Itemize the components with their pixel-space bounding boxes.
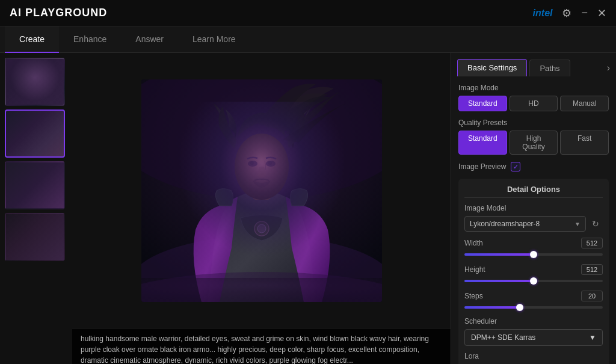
image-preview-label: Image Preview <box>458 162 506 171</box>
width-slider-fill <box>464 253 534 256</box>
header-left: AI PLAYGROUND <box>10 7 107 19</box>
image-mode-section: Image Mode Standard HD Manual <box>458 84 609 111</box>
width-value: 512 <box>581 238 603 248</box>
intel-logo: intel <box>533 8 553 19</box>
lora-label: Lora <box>464 352 603 360</box>
image-model-dropdown-row: Lykon/dreamshaper-8 ▼ ↻ <box>464 216 603 232</box>
height-value: 512 <box>581 264 603 275</box>
quality-presets-label: Quality Presets <box>458 119 609 127</box>
scheduler-dropdown[interactable]: DPM++ SDE Karras ▼ <box>464 329 603 346</box>
tab-learn-more[interactable]: Learn More <box>178 26 250 53</box>
steps-value: 20 <box>581 291 603 301</box>
tab-create[interactable]: Create <box>5 26 59 53</box>
tab-answer[interactable]: Answer <box>121 26 178 53</box>
thumbnail-2[interactable] <box>5 110 65 158</box>
svg-point-5 <box>248 161 257 167</box>
quality-presets-section: Quality Presets Standard High Quality Fa… <box>458 119 609 155</box>
svg-point-4 <box>235 134 289 200</box>
svg-point-9 <box>254 221 269 236</box>
steps-slider-row: Steps 20 <box>464 291 603 311</box>
height-slider-row: Height 512 <box>464 264 603 285</box>
thumbnail-3[interactable] <box>5 161 65 209</box>
thumbnail-4[interactable] <box>5 213 65 261</box>
image-mode-label: Image Mode <box>458 84 609 92</box>
svg-point-8 <box>268 161 272 165</box>
scheduler-label: Scheduler <box>464 317 603 325</box>
tab-enhance[interactable]: Enhance <box>59 26 121 53</box>
width-slider-header: Width 512 <box>464 238 603 248</box>
image-mode-hd[interactable]: HD <box>510 96 558 111</box>
quality-high[interactable]: High Quality <box>510 131 558 155</box>
quality-presets-options: Standard High Quality Fast <box>458 131 609 155</box>
quality-standard[interactable]: Standard <box>458 131 507 155</box>
app-logo: AI PLAYGROUND <box>10 7 107 19</box>
thumbnail-sidebar <box>0 53 72 364</box>
height-slider-header: Height 512 <box>464 264 603 275</box>
lora-row: Lora None ▼ <box>464 352 603 364</box>
width-slider-thumb[interactable] <box>530 251 537 258</box>
height-label: Height <box>464 265 485 274</box>
gear-icon[interactable]: ⚙ <box>562 7 571 20</box>
svg-point-1 <box>141 79 382 200</box>
panel-arrow-icon[interactable]: › <box>607 63 610 73</box>
quality-fast[interactable]: Fast <box>560 131 609 155</box>
detail-options-section: Detail Options Image Model Lykon/dreamsh… <box>458 179 609 364</box>
height-slider-track[interactable] <box>464 280 603 282</box>
height-slider-fill <box>464 280 534 282</box>
header: AI PLAYGROUND intel ⚙ − ✕ <box>0 0 616 26</box>
panel-tabs: Basic Settings Paths › <box>451 53 616 76</box>
main-image <box>141 79 382 302</box>
steps-slider-fill <box>464 306 520 309</box>
svg-rect-3 <box>253 185 271 200</box>
image-preview-row: Image Preview <box>458 162 609 171</box>
image-mode-manual[interactable]: Manual <box>560 96 609 111</box>
thumbnail-1[interactable] <box>5 58 65 106</box>
image-mode-options: Standard HD Manual <box>458 96 609 111</box>
image-area: hulking handsome male warrior, detailed … <box>72 53 451 364</box>
close-icon[interactable]: ✕ <box>597 7 606 20</box>
panel-content: Image Mode Standard HD Manual Quality Pr… <box>451 76 616 364</box>
steps-slider-track[interactable] <box>464 306 603 309</box>
scheduler-row: Scheduler DPM++ SDE Karras ▼ <box>464 317 603 346</box>
width-slider-track[interactable] <box>464 253 603 256</box>
svg-point-7 <box>250 161 254 165</box>
height-slider-thumb[interactable] <box>530 277 537 285</box>
nav-tabs: Create Enhance Answer Learn More <box>0 26 616 53</box>
scheduler-chevron-icon: ▼ <box>589 333 596 342</box>
tab-paths[interactable]: Paths <box>529 60 570 76</box>
minimize-icon[interactable]: − <box>581 7 588 19</box>
image-preview-checkbox[interactable] <box>511 162 520 171</box>
main-image-container <box>72 53 451 328</box>
svg-point-10 <box>257 224 266 233</box>
header-right: intel ⚙ − ✕ <box>533 7 606 20</box>
main-content: hulking handsome male warrior, detailed … <box>0 53 616 364</box>
steps-label: Steps <box>464 292 483 300</box>
image-model-dropdown[interactable]: Lykon/dreamshaper-8 ▼ <box>464 216 586 232</box>
image-model-value: Lykon/dreamshaper-8 <box>470 220 540 228</box>
tab-basic-settings[interactable]: Basic Settings <box>457 59 527 76</box>
right-panel: Basic Settings Paths › Image Mode Standa… <box>451 53 616 364</box>
width-slider-row: Width 512 <box>464 238 603 258</box>
detail-options-title: Detail Options <box>464 185 603 198</box>
scheduler-value: DPM++ SDE Karras <box>471 333 535 342</box>
image-model-label: Image Model <box>464 204 603 212</box>
refresh-model-button[interactable]: ↻ <box>588 217 603 231</box>
steps-slider-header: Steps 20 <box>464 291 603 301</box>
steps-slider-thumb[interactable] <box>516 304 523 311</box>
image-mode-standard[interactable]: Standard <box>458 96 507 111</box>
width-label: Width <box>464 239 483 247</box>
chevron-down-icon: ▼ <box>574 221 581 227</box>
prompt-text: hulking handsome male warrior, detailed … <box>81 335 429 364</box>
svg-point-6 <box>266 161 276 167</box>
prompt-bar: hulking handsome male warrior, detailed … <box>72 328 451 364</box>
image-model-row: Image Model Lykon/dreamshaper-8 ▼ ↻ <box>464 204 603 232</box>
